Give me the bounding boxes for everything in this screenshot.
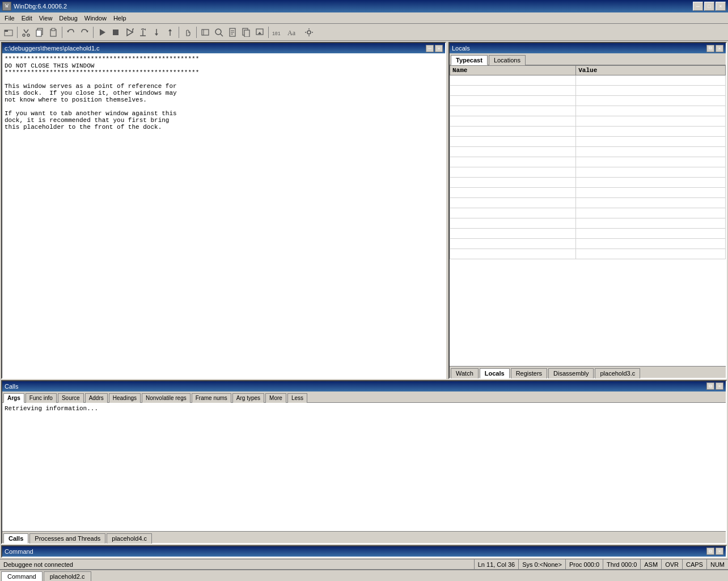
command-close[interactable]: ×: [716, 548, 723, 555]
svg-point-2: [23, 34, 25, 36]
tab-frame-nums[interactable]: Frame nums: [192, 393, 231, 403]
source-panel: c:\debuggers\themes\placehold1.c ─ × ***…: [1, 42, 446, 379]
table-row: [450, 106, 726, 116]
tab-placehold3[interactable]: placehold3.c: [595, 368, 640, 378]
top-row: c:\debuggers\themes\placehold1.c ─ × ***…: [0, 41, 728, 380]
menu-debug[interactable]: Debug: [56, 12, 81, 23]
tb-export[interactable]: [253, 26, 266, 39]
menu-window[interactable]: Window: [81, 12, 110, 23]
tab-nonvolatile[interactable]: Nonvolatile regs: [142, 393, 191, 403]
table-row: [450, 116, 726, 127]
source-close[interactable]: ×: [435, 45, 443, 52]
tab-calls-bottom[interactable]: Calls: [3, 533, 28, 544]
tb-undo[interactable]: [65, 26, 77, 39]
locals-top-tabs: Typecast Locations: [450, 53, 726, 65]
tb-breakpoint[interactable]: [199, 26, 211, 39]
table-row: [450, 188, 726, 198]
svg-marker-21: [155, 33, 158, 36]
table-row: [450, 147, 726, 157]
close-btn[interactable]: ×: [716, 2, 726, 11]
maximize-btn[interactable]: □: [704, 2, 714, 11]
source-title: c:\debuggers\themes\placehold1.c: [5, 45, 426, 52]
tb-hand[interactable]: [181, 26, 194, 39]
table-row: [450, 96, 726, 106]
tab-args[interactable]: Args: [3, 393, 24, 403]
tab-locals[interactable]: Locals: [480, 368, 510, 378]
tab-arg-types[interactable]: Arg types: [232, 393, 264, 403]
tab-less[interactable]: Less: [287, 393, 307, 403]
calls-bottom-tabs: Calls Processes and Threads placehold4.c: [2, 531, 726, 543]
table-row: [450, 127, 726, 137]
menu-edit[interactable]: Edit: [18, 12, 36, 23]
tb-run[interactable]: [96, 26, 108, 39]
menu-help[interactable]: Help: [110, 12, 130, 23]
menu-view[interactable]: View: [36, 12, 56, 23]
tab-typecast[interactable]: Typecast: [451, 55, 488, 65]
locals-float[interactable]: ⧉: [706, 45, 714, 52]
tb-doc2[interactable]: [240, 26, 252, 39]
toolbar: 101 Aa: [0, 24, 728, 41]
app-icon: W: [2, 2, 11, 11]
calls-text: Retrieving information...: [2, 403, 726, 414]
svg-marker-12: [100, 29, 105, 36]
locals-close[interactable]: ×: [716, 45, 723, 52]
tb-step-in[interactable]: [150, 26, 163, 39]
svg-marker-11: [86, 31, 88, 32]
command-section: Command ⧉ ×: [1, 545, 727, 558]
menu-file[interactable]: File: [1, 12, 18, 23]
table-row: [450, 229, 726, 239]
locals-titlebar: Locals ⧉ ×: [450, 43, 726, 53]
tb-step-out[interactable]: [164, 26, 176, 39]
window-controls: ─ □ ×: [693, 2, 726, 11]
tb-sep4: [179, 27, 179, 38]
svg-rect-1: [5, 30, 8, 32]
tab-locations[interactable]: Locations: [489, 55, 526, 65]
command-float[interactable]: ⧉: [706, 548, 714, 555]
svg-marker-23: [168, 29, 172, 31]
status-num: NUM: [707, 559, 728, 570]
tb-hex[interactable]: 101: [271, 26, 283, 39]
tb-settings[interactable]: [303, 26, 315, 39]
bottom-tabbar: Command placehold2.c: [0, 569, 728, 581]
source-controls: ─ ×: [426, 45, 443, 52]
tb-doc1[interactable]: [226, 26, 239, 39]
tab-source[interactable]: Source: [58, 393, 84, 403]
tb-zoom[interactable]: [213, 26, 225, 39]
svg-line-4: [24, 30, 26, 33]
table-row: [450, 137, 726, 147]
tb-sep6: [268, 27, 269, 38]
bottom-tab-placehold2[interactable]: placehold2.c: [44, 571, 91, 581]
tab-watch[interactable]: Watch: [451, 368, 479, 378]
svg-text:101: 101: [272, 31, 281, 36]
tb-copy[interactable]: [33, 26, 46, 39]
tb-font[interactable]: Aa: [285, 26, 302, 39]
svg-rect-7: [36, 30, 41, 36]
calls-float[interactable]: ⧉: [706, 382, 714, 390]
tab-registers[interactable]: Registers: [511, 368, 547, 378]
svg-marker-14: [127, 29, 133, 36]
table-row: [450, 86, 726, 96]
status-ovr: OVR: [662, 559, 683, 570]
tb-cut[interactable]: [20, 26, 32, 39]
tab-headings[interactable]: Headings: [109, 393, 141, 403]
title-bar: W WinDbg:6.4.0006.2 ─ □ ×: [0, 0, 728, 12]
tab-more[interactable]: More: [265, 393, 286, 403]
tb-stop[interactable]: [109, 26, 122, 39]
tb-restart[interactable]: [123, 26, 136, 39]
tb-redo[interactable]: [78, 26, 91, 39]
table-row: [450, 249, 726, 259]
calls-close[interactable]: ×: [716, 382, 723, 390]
source-minimize[interactable]: ─: [426, 45, 434, 52]
tab-disassembly[interactable]: Disassembly: [548, 368, 594, 378]
calls-top-tabs: Args Func info Source Addrs Headings Non…: [2, 391, 726, 403]
tab-processes-threads[interactable]: Processes and Threads: [29, 533, 105, 544]
tb-paste[interactable]: [47, 26, 60, 39]
bottom-tab-command[interactable]: Command: [1, 571, 43, 581]
tb-open[interactable]: [2, 26, 15, 39]
svg-marker-17: [145, 28, 146, 31]
tb-step-over[interactable]: [137, 26, 149, 39]
tab-placehold4[interactable]: placehold4.c: [107, 533, 152, 544]
minimize-btn[interactable]: ─: [693, 2, 703, 11]
tab-func-info[interactable]: Func info: [26, 393, 57, 403]
tab-addrs[interactable]: Addrs: [85, 393, 108, 403]
